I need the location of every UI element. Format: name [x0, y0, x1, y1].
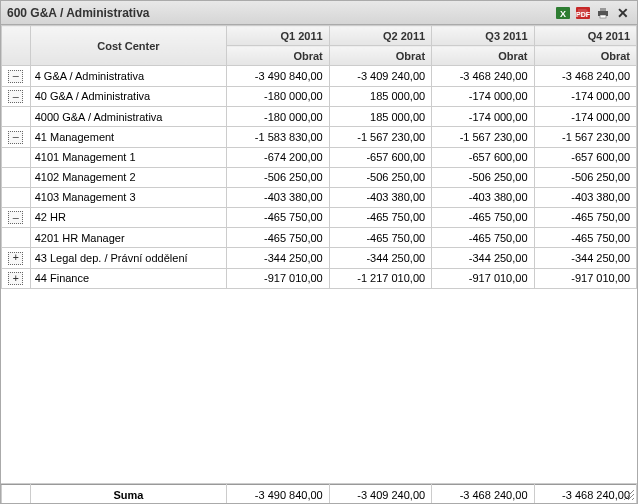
- value-cell[interactable]: -174 000,00: [432, 107, 534, 127]
- value-cell[interactable]: -674 200,00: [227, 147, 329, 167]
- value-cell[interactable]: -344 250,00: [534, 248, 636, 269]
- value-cell[interactable]: -465 750,00: [534, 207, 636, 228]
- value-cell[interactable]: -917 010,00: [432, 268, 534, 289]
- header-q2-metric[interactable]: Obrat: [329, 46, 431, 66]
- value-cell[interactable]: -1 217 010,00: [329, 268, 431, 289]
- expand-cell[interactable]: –: [2, 127, 31, 148]
- value-cell[interactable]: -3 468 240,00: [432, 66, 534, 87]
- cost-center-cell[interactable]: 4 G&A / Administrativa: [30, 66, 227, 87]
- pdf-export-icon[interactable]: PDF: [575, 5, 591, 21]
- cost-center-cell[interactable]: 4103 Management 3: [30, 187, 227, 207]
- value-cell[interactable]: -465 750,00: [227, 228, 329, 248]
- footer-q2: -3 409 240,00: [329, 485, 431, 505]
- value-cell[interactable]: 185 000,00: [329, 86, 431, 107]
- collapse-icon[interactable]: –: [8, 90, 23, 103]
- table-row: +44 Finance-917 010,00-1 217 010,00-917 …: [2, 268, 637, 289]
- value-cell[interactable]: -1 567 230,00: [432, 127, 534, 148]
- value-cell[interactable]: -1 567 230,00: [329, 127, 431, 148]
- collapse-icon[interactable]: –: [8, 131, 23, 144]
- svg-text:X: X: [560, 9, 566, 19]
- value-cell[interactable]: -1 567 230,00: [534, 127, 636, 148]
- header-q2[interactable]: Q2 2011: [329, 26, 431, 46]
- header-q1-metric[interactable]: Obrat: [227, 46, 329, 66]
- expand-cell[interactable]: –: [2, 86, 31, 107]
- table-row: 4000 G&A / Administrativa-180 000,00185 …: [2, 107, 637, 127]
- value-cell[interactable]: -174 000,00: [534, 107, 636, 127]
- close-icon[interactable]: ✕: [615, 5, 631, 21]
- titlebar: 600 G&A / Administrativa X PDF ✕: [1, 1, 637, 25]
- expand-cell: [2, 147, 31, 167]
- value-cell[interactable]: -465 750,00: [329, 228, 431, 248]
- value-cell[interactable]: -506 250,00: [227, 167, 329, 187]
- table-row: 4201 HR Manager-465 750,00-465 750,00-46…: [2, 228, 637, 248]
- cost-center-cell[interactable]: 41 Management: [30, 127, 227, 148]
- cost-center-cell[interactable]: 4102 Management 2: [30, 167, 227, 187]
- expand-cell[interactable]: –: [2, 66, 31, 87]
- value-cell[interactable]: -344 250,00: [329, 248, 431, 269]
- value-cell[interactable]: -917 010,00: [534, 268, 636, 289]
- expand-cell[interactable]: +: [2, 248, 31, 269]
- table-row: –42 HR-465 750,00-465 750,00-465 750,00-…: [2, 207, 637, 228]
- value-cell[interactable]: -917 010,00: [227, 268, 329, 289]
- collapse-icon[interactable]: –: [8, 211, 23, 224]
- expand-cell: [2, 187, 31, 207]
- header-q3[interactable]: Q3 2011: [432, 26, 534, 46]
- value-cell[interactable]: -506 250,00: [329, 167, 431, 187]
- resize-handle-icon[interactable]: [623, 489, 635, 501]
- collapse-icon[interactable]: –: [8, 70, 23, 83]
- table-row: –41 Management-1 583 830,00-1 567 230,00…: [2, 127, 637, 148]
- cost-center-cell[interactable]: 43 Legal dep. / Právní oddělení: [30, 248, 227, 269]
- value-cell[interactable]: -403 380,00: [534, 187, 636, 207]
- value-cell[interactable]: -465 750,00: [227, 207, 329, 228]
- footer-totals: Suma -3 490 840,00 -3 409 240,00 -3 468 …: [1, 483, 637, 503]
- value-cell[interactable]: -403 380,00: [227, 187, 329, 207]
- svg-text:PDF: PDF: [576, 11, 591, 18]
- expand-cell[interactable]: +: [2, 268, 31, 289]
- value-cell[interactable]: -180 000,00: [227, 107, 329, 127]
- value-cell[interactable]: 185 000,00: [329, 107, 431, 127]
- value-cell[interactable]: -3 490 840,00: [227, 66, 329, 87]
- value-cell[interactable]: -657 600,00: [329, 147, 431, 167]
- value-cell[interactable]: -403 380,00: [329, 187, 431, 207]
- cost-center-cell[interactable]: 44 Finance: [30, 268, 227, 289]
- value-cell[interactable]: -465 750,00: [432, 207, 534, 228]
- excel-export-icon[interactable]: X: [555, 5, 571, 21]
- window-title: 600 G&A / Administrativa: [7, 6, 555, 20]
- value-cell[interactable]: -465 750,00: [534, 228, 636, 248]
- value-cell[interactable]: -344 250,00: [227, 248, 329, 269]
- header-q3-metric[interactable]: Obrat: [432, 46, 534, 66]
- expand-icon[interactable]: +: [8, 252, 23, 265]
- value-cell[interactable]: -344 250,00: [432, 248, 534, 269]
- print-icon[interactable]: [595, 5, 611, 21]
- value-cell[interactable]: -174 000,00: [534, 86, 636, 107]
- value-cell[interactable]: -657 600,00: [432, 147, 534, 167]
- expand-cell[interactable]: –: [2, 207, 31, 228]
- footer-label: Suma: [30, 485, 227, 505]
- value-cell[interactable]: -180 000,00: [227, 86, 329, 107]
- value-cell[interactable]: -465 750,00: [432, 228, 534, 248]
- cost-center-cell[interactable]: 4000 G&A / Administrativa: [30, 107, 227, 127]
- footer-q1: -3 490 840,00: [227, 485, 329, 505]
- cost-center-cell[interactable]: 40 G&A / Administrativa: [30, 86, 227, 107]
- header-q4-metric[interactable]: Obrat: [534, 46, 636, 66]
- value-cell[interactable]: -174 000,00: [432, 86, 534, 107]
- value-cell[interactable]: -465 750,00: [329, 207, 431, 228]
- value-cell[interactable]: -3 409 240,00: [329, 66, 431, 87]
- svg-rect-6: [600, 15, 606, 18]
- footer-pad: [2, 485, 31, 505]
- value-cell[interactable]: -403 380,00: [432, 187, 534, 207]
- expand-icon[interactable]: +: [8, 272, 23, 285]
- expand-cell: [2, 228, 31, 248]
- cost-center-cell[interactable]: 4101 Management 1: [30, 147, 227, 167]
- value-cell[interactable]: -657 600,00: [534, 147, 636, 167]
- value-cell[interactable]: -1 583 830,00: [227, 127, 329, 148]
- header-q4[interactable]: Q4 2011: [534, 26, 636, 46]
- header-cost-center[interactable]: Cost Center: [30, 26, 227, 66]
- table-row: 4102 Management 2-506 250,00-506 250,00-…: [2, 167, 637, 187]
- cost-center-cell[interactable]: 4201 HR Manager: [30, 228, 227, 248]
- value-cell[interactable]: -3 468 240,00: [534, 66, 636, 87]
- value-cell[interactable]: -506 250,00: [432, 167, 534, 187]
- cost-center-cell[interactable]: 42 HR: [30, 207, 227, 228]
- header-q1[interactable]: Q1 2011: [227, 26, 329, 46]
- value-cell[interactable]: -506 250,00: [534, 167, 636, 187]
